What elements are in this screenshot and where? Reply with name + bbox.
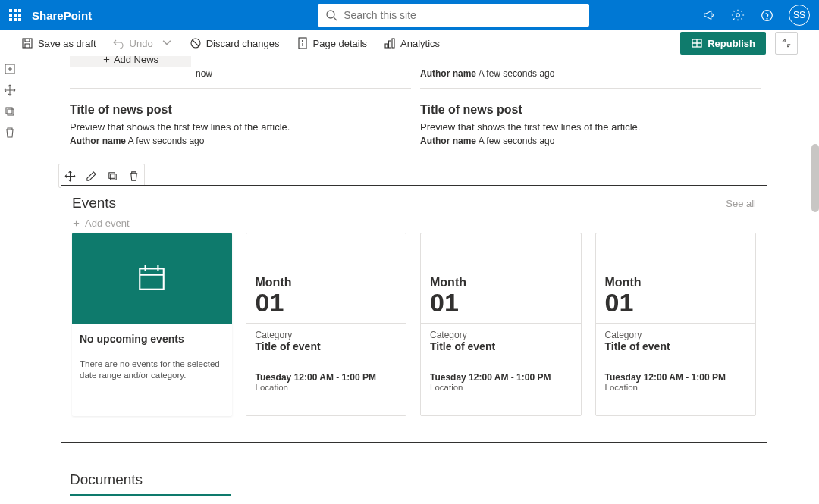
svg-rect-9 (385, 44, 388, 48)
divider (246, 323, 406, 324)
undo-label: Undo (130, 38, 153, 49)
news-meta: Author name A few seconds ago (70, 136, 411, 146)
event-title: Title of event (605, 340, 747, 352)
events-webpart[interactable]: Events See all Add event No upcoming eve… (61, 185, 767, 443)
event-day: 01 (605, 290, 747, 315)
add-news-label: Add News (114, 56, 158, 65)
help-icon[interactable] (760, 8, 774, 22)
news-preview: Preview that shows the first few lines o… (420, 121, 761, 133)
see-all-link[interactable]: See all (726, 198, 756, 209)
news-time: A few seconds ago (479, 68, 555, 79)
event-category: Category (605, 330, 747, 340)
svg-rect-18 (140, 268, 165, 289)
app-launcher-icon[interactable] (9, 9, 21, 21)
discard-button[interactable]: Discard changes (190, 37, 280, 49)
rail-move-icon[interactable] (3, 83, 17, 97)
rail-add-icon[interactable] (3, 62, 17, 76)
svg-rect-17 (110, 174, 116, 180)
undo-button[interactable]: Undo (113, 37, 173, 49)
svg-rect-15 (8, 109, 14, 115)
settings-icon[interactable] (731, 8, 745, 22)
event-category: Category (430, 330, 572, 340)
calendar-icon (72, 233, 232, 324)
suite-title[interactable]: SharePoint (32, 9, 92, 22)
analytics-label: Analytics (400, 38, 440, 49)
news-author: Author name (420, 136, 476, 146)
suite-bar: SharePoint SS (0, 0, 819, 30)
page-details-button[interactable]: Page details (297, 37, 368, 49)
event-card[interactable]: Month 01 Category Title of event Tuesday… (420, 233, 582, 416)
svg-point-8 (302, 41, 303, 42)
event-time: Tuesday 12:00 AM - 1:00 PM (430, 372, 572, 383)
search-icon (325, 9, 337, 21)
event-card[interactable]: Month 01 Category Title of event Tuesday… (595, 233, 757, 416)
event-title: Title of event (256, 340, 397, 352)
event-time: Tuesday 12:00 AM - 1:00 PM (256, 372, 397, 383)
event-card[interactable]: Month 01 Category Title of event Tuesday… (246, 233, 407, 416)
analytics-button[interactable]: Analytics (384, 37, 440, 49)
event-location: Location (605, 383, 747, 392)
republish-label: Republish (708, 38, 755, 49)
news-author: Author name (70, 136, 126, 146)
svg-rect-11 (392, 39, 394, 48)
undo-chevron-icon[interactable] (158, 37, 173, 49)
rail-delete-icon[interactable] (3, 126, 17, 139)
collapse-button[interactable] (775, 32, 798, 55)
wp-edit-icon[interactable] (80, 165, 102, 186)
divider (421, 323, 581, 324)
search-input[interactable] (344, 9, 582, 21)
left-rail (0, 56, 20, 139)
divider (70, 88, 411, 89)
news-title: Title of news post (70, 103, 411, 117)
event-day: 01 (430, 290, 572, 315)
wp-duplicate-icon[interactable] (102, 165, 123, 186)
svg-rect-5 (23, 39, 32, 48)
add-news-button[interactable]: Add News (70, 56, 191, 67)
discard-label: Discard changes (206, 38, 280, 49)
events-heading: Events (72, 195, 756, 211)
svg-point-2 (736, 14, 740, 17)
republish-button[interactable]: Republish (680, 32, 766, 55)
event-time: Tuesday 12:00 AM - 1:00 PM (605, 372, 747, 383)
svg-point-0 (327, 11, 334, 18)
documents-underline (70, 494, 231, 496)
scrollbar-thumb[interactable] (811, 144, 819, 212)
empty-events-card[interactable]: No upcoming events There are no events f… (72, 233, 232, 416)
megaphone-icon[interactable] (702, 8, 716, 22)
news-time: A few seconds ago (479, 136, 555, 146)
news-right-byline: Author name A few seconds ago (420, 68, 554, 79)
news-author: Author name (420, 68, 476, 79)
rail-duplicate-icon[interactable] (3, 105, 17, 118)
news-preview: Preview that shows the first few lines o… (70, 121, 411, 133)
user-avatar[interactable]: SS (789, 5, 810, 26)
event-category: Category (256, 330, 397, 340)
search-box[interactable] (318, 4, 589, 27)
svg-line-1 (334, 17, 337, 20)
save-draft-label: Save as draft (38, 38, 96, 49)
svg-rect-14 (6, 108, 12, 114)
suite-right: SS (702, 5, 810, 26)
divider (596, 323, 756, 324)
wp-delete-icon[interactable] (123, 165, 144, 186)
events-row: No upcoming events There are no events f… (72, 233, 756, 416)
news-time-now: now (196, 68, 212, 79)
empty-title: No upcoming events (80, 333, 224, 345)
svg-rect-10 (389, 41, 391, 48)
svg-point-4 (767, 18, 767, 19)
news-meta: Author name A few seconds ago (420, 136, 761, 146)
news-post[interactable]: Title of news post Preview that shows th… (70, 103, 411, 146)
documents-heading: Documents (70, 471, 143, 488)
news-time: A few seconds ago (128, 136, 205, 146)
command-bar: Save as draft Undo Discard changes Page … (0, 30, 819, 56)
event-location: Location (256, 383, 397, 392)
event-title: Title of event (430, 340, 572, 352)
event-location: Location (430, 383, 572, 392)
save-draft-button[interactable]: Save as draft (21, 37, 96, 49)
event-day: 01 (256, 290, 397, 315)
news-post[interactable]: Title of news post Preview that shows th… (420, 103, 761, 146)
add-event-button[interactable]: Add event (72, 218, 756, 229)
canvas: Add News now Author name A few seconds a… (20, 56, 808, 504)
divider (420, 88, 761, 89)
empty-desc: There are no events for the selected dat… (80, 358, 224, 381)
wp-move-icon[interactable] (59, 165, 80, 186)
